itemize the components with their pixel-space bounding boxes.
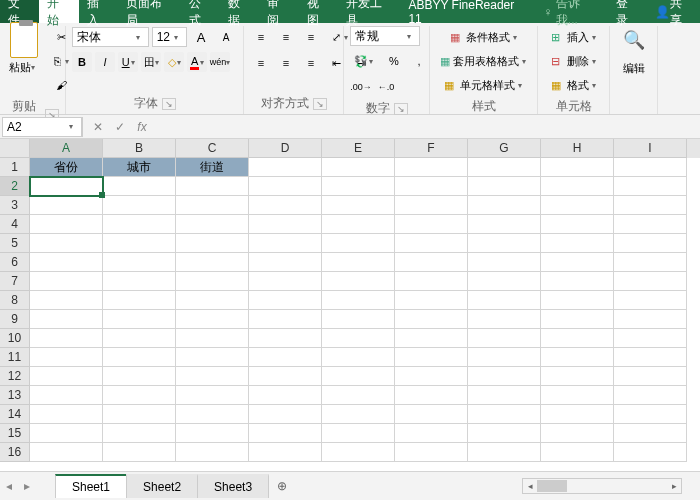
tab-developer[interactable]: 开发工具 bbox=[338, 0, 401, 23]
tab-page-layout[interactable]: 页面布局 bbox=[118, 0, 181, 23]
delete-cells-button[interactable]: ⊟删除▾ bbox=[544, 50, 603, 72]
cell-D9[interactable] bbox=[249, 310, 322, 329]
sheet-tab-2[interactable]: Sheet2 bbox=[126, 474, 198, 498]
font-size-select[interactable]: 12▾ bbox=[152, 27, 187, 47]
conditional-format-button[interactable]: ▦条件格式▾ bbox=[436, 26, 531, 48]
cell-H15[interactable] bbox=[541, 424, 614, 443]
tab-formulas[interactable]: 公式 bbox=[181, 0, 220, 23]
cell-I2[interactable] bbox=[614, 177, 687, 196]
cell-H13[interactable] bbox=[541, 386, 614, 405]
cell-F12[interactable] bbox=[395, 367, 468, 386]
cell-B9[interactable] bbox=[103, 310, 176, 329]
cell-C15[interactable] bbox=[176, 424, 249, 443]
cell-F1[interactable] bbox=[395, 158, 468, 177]
cell-B8[interactable] bbox=[103, 291, 176, 310]
login-button[interactable]: 登录 bbox=[608, 0, 647, 23]
row-header-12[interactable]: 12 bbox=[0, 367, 30, 386]
cell-B4[interactable] bbox=[103, 215, 176, 234]
cell-D15[interactable] bbox=[249, 424, 322, 443]
row-header-6[interactable]: 6 bbox=[0, 253, 30, 272]
cell-D2[interactable] bbox=[249, 177, 322, 196]
cell-A10[interactable] bbox=[30, 329, 103, 348]
cell-E2[interactable] bbox=[322, 177, 395, 196]
cell-G11[interactable] bbox=[468, 348, 541, 367]
cell-F4[interactable] bbox=[395, 215, 468, 234]
col-header-E[interactable]: E bbox=[322, 139, 395, 158]
col-header-C[interactable]: C bbox=[176, 139, 249, 158]
font-launcher[interactable]: ↘ bbox=[162, 98, 176, 110]
cell-B11[interactable] bbox=[103, 348, 176, 367]
cell-I3[interactable] bbox=[614, 196, 687, 215]
cell-C12[interactable] bbox=[176, 367, 249, 386]
cell-G14[interactable] bbox=[468, 405, 541, 424]
cell-H2[interactable] bbox=[541, 177, 614, 196]
decrease-decimal-button[interactable]: ←.0 bbox=[375, 76, 397, 98]
row-header-7[interactable]: 7 bbox=[0, 272, 30, 291]
number-launcher[interactable]: ↘ bbox=[394, 103, 408, 115]
row-header-9[interactable]: 9 bbox=[0, 310, 30, 329]
cell-G15[interactable] bbox=[468, 424, 541, 443]
cell-H6[interactable] bbox=[541, 253, 614, 272]
cell-I16[interactable] bbox=[614, 443, 687, 462]
cell-C11[interactable] bbox=[176, 348, 249, 367]
sheet-tab-3[interactable]: Sheet3 bbox=[197, 474, 269, 498]
cell-F16[interactable] bbox=[395, 443, 468, 462]
cell-E7[interactable] bbox=[322, 272, 395, 291]
cell-C14[interactable] bbox=[176, 405, 249, 424]
cell-A16[interactable] bbox=[30, 443, 103, 462]
cell-E14[interactable] bbox=[322, 405, 395, 424]
border-button[interactable]: 田▾ bbox=[141, 52, 161, 72]
tell-me[interactable]: ♀ 告诉我... bbox=[535, 0, 607, 23]
cell-C13[interactable] bbox=[176, 386, 249, 405]
cell-G9[interactable] bbox=[468, 310, 541, 329]
cell-H7[interactable] bbox=[541, 272, 614, 291]
cell-D7[interactable] bbox=[249, 272, 322, 291]
cell-A1[interactable]: 省份 bbox=[30, 158, 103, 177]
cell-I6[interactable] bbox=[614, 253, 687, 272]
row-header-2[interactable]: 2 bbox=[0, 177, 30, 196]
cell-D12[interactable] bbox=[249, 367, 322, 386]
cell-D16[interactable] bbox=[249, 443, 322, 462]
increase-decimal-button[interactable]: .00→ bbox=[350, 76, 372, 98]
enter-icon[interactable]: ✓ bbox=[113, 120, 127, 134]
cell-H1[interactable] bbox=[541, 158, 614, 177]
cell-C1[interactable]: 街道 bbox=[176, 158, 249, 177]
col-header-B[interactable]: B bbox=[103, 139, 176, 158]
cell-B14[interactable] bbox=[103, 405, 176, 424]
col-header-D[interactable]: D bbox=[249, 139, 322, 158]
cell-G7[interactable] bbox=[468, 272, 541, 291]
cell-G4[interactable] bbox=[468, 215, 541, 234]
insert-cells-button[interactable]: ⊞插入▾ bbox=[544, 26, 603, 48]
cell-D4[interactable] bbox=[249, 215, 322, 234]
cell-G16[interactable] bbox=[468, 443, 541, 462]
cell-A13[interactable] bbox=[30, 386, 103, 405]
cell-D6[interactable] bbox=[249, 253, 322, 272]
sheet-nav-prev[interactable]: ◂ bbox=[0, 476, 18, 496]
cell-G1[interactable] bbox=[468, 158, 541, 177]
phonetic-button[interactable]: wén▾ bbox=[210, 52, 230, 72]
cell-I4[interactable] bbox=[614, 215, 687, 234]
cell-E16[interactable] bbox=[322, 443, 395, 462]
tab-data[interactable]: 数据 bbox=[220, 0, 259, 23]
number-format-select[interactable]: 常规▾ bbox=[350, 26, 420, 46]
cell-D11[interactable] bbox=[249, 348, 322, 367]
cell-E6[interactable] bbox=[322, 253, 395, 272]
cell-F7[interactable] bbox=[395, 272, 468, 291]
cell-D1[interactable] bbox=[249, 158, 322, 177]
row-header-13[interactable]: 13 bbox=[0, 386, 30, 405]
cell-F15[interactable] bbox=[395, 424, 468, 443]
cell-H3[interactable] bbox=[541, 196, 614, 215]
cell-D14[interactable] bbox=[249, 405, 322, 424]
cell-H4[interactable] bbox=[541, 215, 614, 234]
row-header-4[interactable]: 4 bbox=[0, 215, 30, 234]
table-format-button[interactable]: ▦套用表格格式▾ bbox=[436, 50, 531, 72]
find-button[interactable]: 🔍 bbox=[620, 26, 648, 54]
cell-E11[interactable] bbox=[322, 348, 395, 367]
cell-E3[interactable] bbox=[322, 196, 395, 215]
cell-F5[interactable] bbox=[395, 234, 468, 253]
row-header-3[interactable]: 3 bbox=[0, 196, 30, 215]
cell-A12[interactable] bbox=[30, 367, 103, 386]
cell-A2[interactable] bbox=[30, 177, 103, 196]
cell-B10[interactable] bbox=[103, 329, 176, 348]
row-header-14[interactable]: 14 bbox=[0, 405, 30, 424]
